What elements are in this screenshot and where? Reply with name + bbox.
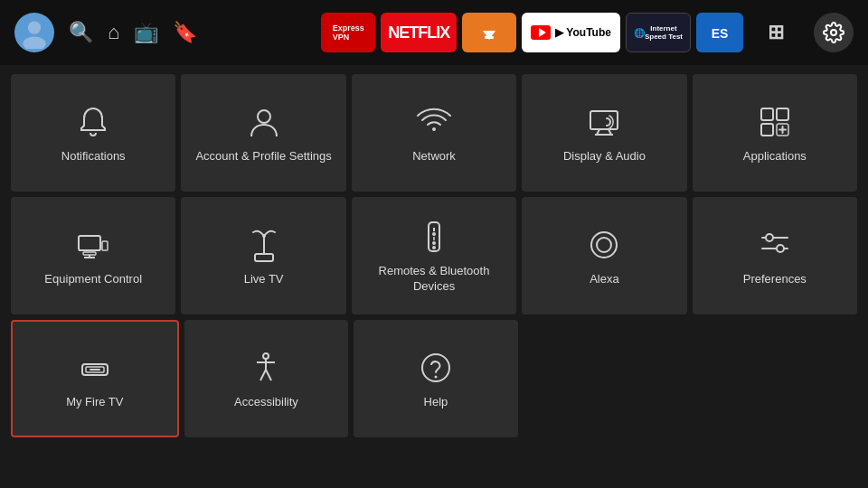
grid-row-3: My Fire TV Accessibility: [11, 320, 857, 437]
settings-grid: Notifications Account & Profile Settings: [0, 65, 868, 446]
grid-row-2: Equipment Control Live TV: [11, 197, 857, 314]
settings-my-fire-tv[interactable]: My Fire TV: [11, 320, 179, 437]
svg-rect-22: [83, 252, 96, 255]
svg-point-1: [23, 37, 45, 50]
svg-line-48: [266, 370, 271, 380]
app-shortcuts: ExpressVPN NETFLIX ▶ YouTube 🌐 InternetS…: [321, 13, 803, 52]
svg-point-38: [766, 234, 773, 241]
svg-point-50: [434, 375, 437, 378]
app-es[interactable]: ES: [696, 13, 743, 52]
home-icon[interactable]: ⌂: [108, 21, 119, 44]
svg-rect-28: [255, 254, 273, 261]
settings-applications[interactable]: Applications: [693, 74, 857, 192]
app-youtube[interactable]: ▶ YouTube: [522, 13, 620, 52]
svg-point-40: [777, 245, 784, 252]
settings-display-audio[interactable]: Display & Audio: [522, 74, 686, 192]
help-label: Help: [424, 395, 448, 410]
settings-equipment-control[interactable]: Equipment Control: [11, 197, 175, 314]
app-add[interactable]: ⊞: [749, 13, 803, 52]
accessibility-label: Accessibility: [234, 395, 298, 410]
account-label: Account & Profile Settings: [195, 149, 331, 164]
svg-point-27: [262, 234, 266, 238]
settings-empty-2: [693, 320, 857, 437]
display-audio-label: Display & Audio: [563, 149, 646, 164]
my-fire-tv-label: My Fire TV: [66, 395, 123, 410]
svg-rect-20: [79, 236, 100, 250]
tv-icon[interactable]: 📺: [134, 21, 158, 44]
svg-text:ES: ES: [712, 26, 729, 41]
svg-point-9: [258, 110, 270, 123]
svg-point-0: [28, 21, 41, 33]
app-expressvpn[interactable]: ExpressVPN: [321, 13, 375, 52]
alexa-label: Alexa: [590, 272, 619, 287]
svg-rect-15: [777, 108, 788, 120]
remotes-bluetooth-label: Remotes & Bluetooth Devices: [359, 264, 509, 295]
settings-help[interactable]: Help: [354, 320, 518, 437]
svg-rect-25: [102, 241, 108, 250]
svg-point-35: [591, 232, 617, 258]
preferences-label: Preferences: [743, 272, 807, 287]
youtube-label: ▶ YouTube: [555, 26, 611, 39]
svg-rect-43: [90, 369, 100, 371]
svg-point-33: [432, 241, 436, 245]
search-icon[interactable]: 🔍: [69, 21, 93, 44]
applications-label: Applications: [743, 149, 807, 164]
settings-network[interactable]: Network: [352, 74, 516, 192]
network-label: Network: [412, 149, 456, 164]
svg-rect-4: [485, 36, 494, 39]
svg-line-47: [260, 370, 266, 380]
avatar[interactable]: [14, 13, 54, 52]
top-bar: 🔍 ⌂ 📺 🔖 ExpressVPN NETFLIX ▶ YouTube: [0, 0, 868, 65]
svg-rect-16: [761, 124, 773, 136]
svg-rect-14: [761, 108, 773, 120]
svg-point-36: [597, 238, 611, 252]
settings-button[interactable]: [814, 13, 854, 52]
app-downloader[interactable]: [462, 13, 516, 52]
svg-point-31: [432, 232, 436, 236]
nav-icons: 🔍 ⌂ 📺 🔖: [69, 21, 197, 44]
settings-accessibility[interactable]: Accessibility: [184, 320, 349, 437]
notifications-label: Notifications: [61, 149, 126, 164]
live-tv-label: Live TV: [244, 272, 284, 287]
grid-row-1: Notifications Account & Profile Settings: [11, 74, 857, 192]
svg-point-44: [263, 353, 269, 359]
settings-account[interactable]: Account & Profile Settings: [181, 74, 345, 192]
app-speedtest[interactable]: 🌐 InternetSpeed Test: [626, 13, 691, 52]
app-netflix[interactable]: NETFLIX: [381, 13, 457, 52]
svg-point-34: [432, 246, 436, 249]
settings-empty-1: [524, 320, 688, 437]
settings-preferences[interactable]: Preferences: [693, 197, 857, 314]
settings-live-tv[interactable]: Live TV: [181, 197, 345, 314]
bookmark-icon[interactable]: 🔖: [173, 21, 197, 44]
settings-alexa[interactable]: Alexa: [522, 197, 686, 314]
equipment-control-label: Equipment Control: [44, 272, 142, 287]
settings-notifications[interactable]: Notifications: [11, 74, 175, 192]
settings-remotes-bluetooth[interactable]: Remotes & Bluetooth Devices: [352, 197, 516, 314]
